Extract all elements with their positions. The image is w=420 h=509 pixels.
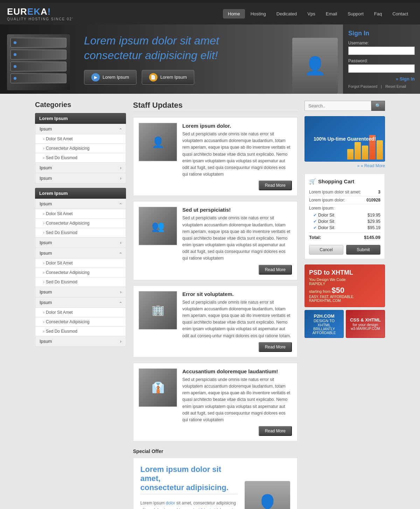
uptime-read-more[interactable]: » Read More (357, 163, 385, 168)
special-offer-heading2-colored: adipisicing. (186, 483, 229, 492)
sidebar: Categories Lorem Ipsum Ipsum Dolor Sit A… (35, 101, 126, 509)
check-icon-3: ✔ (313, 225, 317, 230)
nav-home[interactable]: Home (223, 9, 245, 19)
cat-subitem-sed-g2-2[interactable]: Sed Do Eiusmod (35, 277, 126, 287)
cat-subitem-dolor-g2-3[interactable]: Dolor Sit Amet (35, 308, 126, 317)
special-offer-link-incididunt[interactable]: incididunt (193, 508, 211, 509)
server-unit-1 (10, 38, 66, 48)
special-offer-heading1-text: Lorem ipsum dolor sit amet, (140, 465, 221, 483)
cat-subitem-dolor-1[interactable]: Dolor Sit Amet (35, 134, 126, 144)
cart-sub-item-1-label: ✔Dolor Sit (313, 213, 334, 218)
hero-btn-1[interactable]: ▶ Lorem Ipsum (84, 70, 136, 85)
hero-btn-2[interactable]: 📄 Lorem Ipsum (142, 70, 194, 85)
post-3-image: 🏢 (139, 291, 177, 330)
nav-faq[interactable]: Faq (369, 9, 387, 19)
post-2-title: Sed ut perspiciatis! (182, 207, 292, 213)
nav-hosting[interactable]: Hosting (246, 9, 271, 19)
post-2-read-more[interactable]: Read More (259, 265, 292, 275)
post-4-read-more[interactable]: Read More (259, 426, 292, 436)
cat-item-ipsum-3[interactable]: Ipsum (35, 173, 126, 184)
ad-psd-price-row: starting from $50 (309, 286, 380, 295)
ad-psd-price: $50 (331, 286, 344, 295)
search-box: 🔍 (304, 101, 385, 111)
hero-btn-2-label: Lorem Ipsum (160, 75, 187, 80)
nav-vps[interactable]: Vps (302, 9, 320, 19)
post-2-text: Sed ut perspiciatis unde omnis iste natu… (182, 215, 292, 262)
search-input[interactable] (304, 101, 371, 111)
signin-links-bottom: Forgot Password | Reset Email (348, 84, 415, 89)
post-2-body: Sed ut perspiciatis! Sed ut perspiciatis… (182, 207, 292, 274)
cart-submit-btn[interactable]: Submit (346, 245, 380, 255)
search-button[interactable]: 🔍 (371, 101, 385, 111)
cat-item-ipsum-1[interactable]: Ipsum (35, 124, 126, 134)
ad-psd-sub1: You Design We Code (309, 277, 380, 282)
cat-group-2-header[interactable]: Lorem Ipsum (35, 188, 126, 199)
cart-cancel-btn[interactable]: Cancel (309, 245, 343, 255)
ad-css-url: w3-MARKUP.COM (351, 327, 380, 331)
nav-contact[interactable]: Contact (387, 9, 413, 19)
username-input[interactable] (348, 47, 415, 55)
ad-css-title: CSS & XHTML (350, 317, 381, 323)
ad-row: P2H.COM DESIGN TO XHTML BRILLIANTLY AFFO… (304, 310, 385, 338)
cat-subitem-sed-g2-3[interactable]: Sed Do Eiusmod (35, 327, 126, 336)
cat-item-ipsum-g2-1[interactable]: Ipsum (35, 199, 126, 209)
cat-item-ipsum-g2-3-label: Ipsum (40, 250, 52, 256)
cat-subitem-dolor-g2-2[interactable]: Dolor Sit Amet (35, 259, 126, 268)
post-4-title: Accusantium doloremque laudantium! (182, 368, 292, 374)
cat-subitem-consectetur-1[interactable]: Consectetur Adipisicing (35, 144, 126, 153)
signin-title: Sign In (348, 30, 415, 37)
cat-subitem-consectetur-g2-2[interactable]: Consectetur Adipisicing (35, 268, 126, 277)
search-icon: 🔍 (375, 103, 381, 108)
cat-item-ipsum-g2-2[interactable]: Ipsum (35, 238, 126, 248)
cart-total-row: Total: $145.09 (309, 232, 380, 242)
check-icon-2: ✔ (313, 219, 317, 224)
ad-psd-title: PSD to XHTML (309, 269, 380, 276)
cat-subitem-consectetur-g2-3[interactable]: Consectetur Adipisicing (35, 317, 126, 327)
main-nav: Home Hosting Dedicated Vps Email Support… (223, 9, 413, 19)
password-label: Password: (348, 58, 415, 63)
post-1-read-more[interactable]: Read More (259, 181, 292, 190)
cart-sub-item-1-price: $19.95 (368, 213, 380, 218)
password-input[interactable] (348, 64, 415, 73)
hero-btn-1-label: Lorem Ipsum (103, 75, 129, 80)
special-offer-link-dolor[interactable]: dolor (166, 501, 175, 506)
reset-email-link[interactable]: Reset Email (385, 84, 406, 89)
cat-subitem-sed-1[interactable]: Sed Do Eiusmod (35, 153, 126, 163)
nav-support[interactable]: Support (343, 9, 369, 19)
uptime-banner: 100% Up-time Guarenteed! (304, 116, 385, 162)
forgot-password-link[interactable]: Forgot Password (348, 84, 377, 89)
special-offer-box: Lorem ipsum dolor sit amet, consectetur … (133, 458, 298, 509)
hero-btn-2-icon: 📄 (149, 73, 158, 82)
cart-row-1-label: Lorem ipsum dolor sit amet: (309, 190, 361, 195)
post-2-image: 👥 (139, 207, 177, 245)
cat-item-ipsum-2[interactable]: Ipsum (35, 163, 126, 173)
staff-updates-title: Staff Updates (133, 101, 298, 112)
special-offer-person: 👤 (245, 481, 290, 509)
cat-item-ipsum-g2-5[interactable]: Ipsum (35, 297, 126, 308)
cat-item-ipsum-g2-4[interactable]: Ipsum (35, 287, 126, 297)
cart-row-1: Lorem ipsum dolor sit amet: 3 (309, 188, 380, 196)
post-3: 🏢 Error sit voluptatem. Sed ut perspicia… (133, 285, 298, 358)
hero-person: 👤 (287, 24, 343, 94)
topbar (0, 0, 420, 3)
cat-item-ipsum-g2-6-label: Ipsum (40, 339, 52, 344)
cat-item-ipsum-g2-4-label: Ipsum (40, 289, 52, 295)
post-3-read-more[interactable]: Read More (259, 342, 292, 352)
nav-dedicated[interactable]: Dedicated (272, 9, 302, 19)
signin-link[interactable]: Sign In (396, 76, 415, 82)
cat-subitem-sed-g2-1[interactable]: Sed Do Eiusmod (35, 228, 126, 238)
cat-group-1-header[interactable]: Lorem Ipsum (35, 113, 126, 124)
cat-subitem-consectetur-g2-1[interactable]: Consectetur Adipisicing (35, 219, 126, 228)
content-area: Staff Updates 👤 Lorem ipsum dolor. Sed u… (133, 101, 298, 509)
cat-subitem-dolor-g2-1[interactable]: Dolor Sit Amet (35, 209, 126, 219)
header: EUREKA! QUALITY HOSTING SINCE 02' Home H… (0, 3, 420, 24)
post-3-title: Error sit voluptatem. (182, 291, 292, 297)
ad-css-xhtml: CSS & XHTML for your design w3-MARKUP.CO… (346, 310, 385, 338)
nav-email[interactable]: Email (321, 9, 342, 19)
cat-item-ipsum-g2-6[interactable]: Ipsum (35, 336, 126, 347)
post-1-title: Lorem ipsum dolor. (182, 123, 292, 129)
hero-heading-end: dolor sit amet (149, 34, 219, 47)
cart-total-label: Total: (309, 235, 321, 240)
server-unit-4 (10, 73, 66, 83)
cat-item-ipsum-g2-3[interactable]: Ipsum (35, 248, 126, 259)
